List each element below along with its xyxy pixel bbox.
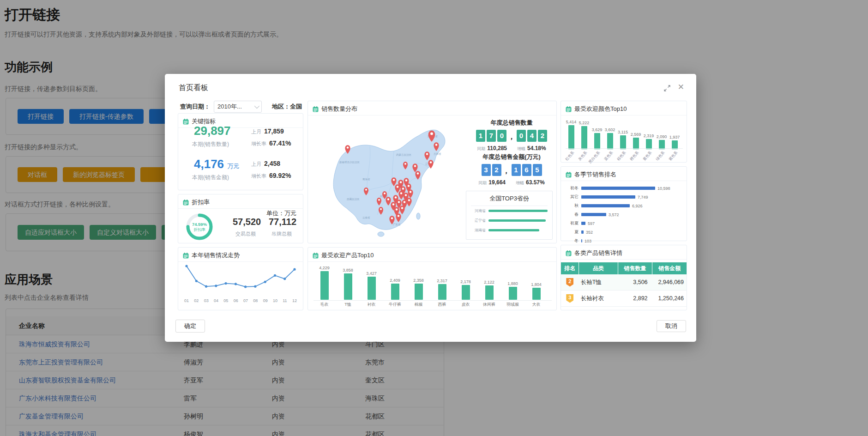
season-bar xyxy=(581,204,630,207)
amount-cell: 1,250,246 xyxy=(652,295,687,302)
region-label: 地区： xyxy=(272,103,290,110)
bar-column: 4,229毛衣 xyxy=(313,266,336,308)
month-label: 04 xyxy=(214,298,218,303)
top3-row: 湖南省 xyxy=(466,225,552,235)
bar-value: 5,414 xyxy=(566,120,577,124)
annual-qty-block: 年度总销售数量 170，042 同期 110,285 增幅 54.18% xyxy=(470,119,553,152)
digit-block: 2 xyxy=(538,130,547,142)
amt-metric-label: 本期(销售金额) xyxy=(192,174,229,182)
annual-qty-title: 年度总销售数量 xyxy=(470,119,553,127)
annual-amt-compare: 同期 19,664 增幅 63.57% xyxy=(470,179,553,186)
bar xyxy=(391,284,399,300)
trend-panel: 本年销售情况走势 010203040506070809101112 xyxy=(178,247,303,310)
svg-text:折扣率: 折扣率 xyxy=(193,227,205,232)
bar xyxy=(581,126,587,149)
trade-total-label: 交易总额 xyxy=(235,230,256,237)
season-label: 春 xyxy=(566,212,579,218)
detail-header-cell: 销售金额 xyxy=(652,262,687,274)
amt-metric-value: 4,176 万元 xyxy=(194,157,239,171)
sales-map-panel: 销售数量分布 新疆维吾尔自治区西藏自治区青海省四川省云南省内蒙古自治区黑龙江省吉… xyxy=(307,101,557,243)
annual-amt-block: 年度总销售金额(万元) 32，165 同期 19,664 增幅 63.57% xyxy=(470,153,553,186)
digit-block: 2 xyxy=(492,164,501,176)
digit-comma: ， xyxy=(503,166,510,176)
memo-icon xyxy=(313,106,319,112)
bar xyxy=(607,133,613,149)
bar-value: 2,569 xyxy=(631,132,641,137)
region-value: 全国 xyxy=(290,103,302,110)
bar-value: 3,602 xyxy=(605,127,615,132)
month-label: 09 xyxy=(263,298,268,303)
modal-title: 首页看板 xyxy=(179,83,208,93)
bar-column: 2,409牛仔裤 xyxy=(383,278,407,308)
bar-label: 黄色系 xyxy=(642,149,655,161)
expand-icon[interactable] xyxy=(664,85,670,91)
ok-button[interactable]: 确定 xyxy=(175,320,205,333)
digit-block: 4 xyxy=(527,130,536,142)
season-value: 10,598 xyxy=(657,186,670,191)
season-bar xyxy=(581,213,606,216)
digit-block: 7 xyxy=(487,130,496,142)
season-row: 秋6,926 xyxy=(561,201,687,210)
map-title: 销售数量分布 xyxy=(321,105,357,113)
month-label: 11 xyxy=(283,298,287,303)
trade-total-value: 57,520 xyxy=(233,217,261,227)
bar xyxy=(620,135,626,149)
color-top10-panel: 最受欢迎颜色Top10 5,414红色系5,222灰色系3,629黑白色系3,6… xyxy=(561,101,687,163)
season-bar-chart: 初冬10,598其它7,749秋6,926春3,572初夏597夏352冬103 xyxy=(561,184,687,245)
close-icon[interactable]: ✕ xyxy=(678,82,684,92)
bar xyxy=(509,287,517,300)
bar-label: 皮衣 xyxy=(462,302,470,308)
date-select-value: 2010年... xyxy=(217,103,242,111)
bar-value: 2,090 xyxy=(657,134,667,139)
discount-donut: 74.59% 折扣率 xyxy=(186,213,213,241)
bar xyxy=(594,133,600,149)
bar-label: 棕色系 xyxy=(616,149,629,161)
season-bar xyxy=(581,187,655,190)
bar xyxy=(659,140,665,149)
trend-line-chart xyxy=(183,262,298,297)
season-rank-panel: 各季节销售排名 初冬10,598其它7,749秋6,926春3,572初夏597… xyxy=(561,166,687,241)
province-label: 广东省 xyxy=(393,223,401,226)
top3-row: 河南省 xyxy=(466,206,552,216)
month-label: 05 xyxy=(223,298,228,303)
date-filter-label: 查询日期： xyxy=(180,103,210,111)
month-label: 02 xyxy=(194,298,199,303)
bar xyxy=(532,288,541,300)
dashboard-modal: 首页看板 ✕ 查询日期： 2010年... 地区：全国 关键指标 29,897 … xyxy=(165,74,696,342)
bar-column: 3,427衬衣 xyxy=(360,271,383,308)
top3-province-label: 河南省 xyxy=(471,208,486,213)
bar-value: 5,222 xyxy=(579,121,590,125)
bar-column: 2,122休闲裤 xyxy=(477,280,501,308)
province-label: 吉林省 xyxy=(434,152,441,155)
bar-column: 3,115棕色系 xyxy=(616,130,629,161)
date-select[interactable]: 2010年... xyxy=(214,101,262,113)
province-label: 新疆维吾尔自治区 xyxy=(339,161,360,164)
bar-label: 红色系 xyxy=(565,149,578,161)
province-label: 云南省 xyxy=(362,216,370,219)
qty-cell: 3,506 xyxy=(618,279,652,285)
bar xyxy=(438,284,446,300)
digit-block: 3 xyxy=(482,164,491,176)
season-rank-title: 各季节销售排名 xyxy=(574,170,616,179)
bar xyxy=(415,284,423,300)
bar-column: 2,358棉服 xyxy=(407,278,430,308)
chevron-down-icon xyxy=(254,103,259,109)
memo-icon xyxy=(183,253,189,259)
qty-prev: 上月 17,859 xyxy=(251,127,284,135)
bar-column: 2,317西裤 xyxy=(430,279,454,308)
category-cell: 长袖T恤 xyxy=(579,279,618,286)
season-label: 其它 xyxy=(566,194,579,200)
cancel-button[interactable]: 取消 xyxy=(657,320,686,332)
bar-column: 1,880羽绒服 xyxy=(501,281,524,308)
season-label: 夏 xyxy=(566,229,579,235)
key-metrics-panel: 关键指标 29,897 本期(销售数量) 上月 17,859 增长率 67.41… xyxy=(178,113,303,190)
bar xyxy=(320,271,329,300)
detail-header-cell: 销售数量 xyxy=(618,262,652,274)
season-row: 夏352 xyxy=(561,228,687,236)
rank-badge-icon: 3 xyxy=(566,294,573,303)
product-top10-title: 最受欢迎产品Top10 xyxy=(321,251,374,260)
amt-growth: 增长率 69.92% xyxy=(251,172,291,180)
qty-metric-value: 29,897 xyxy=(194,124,231,138)
rank-badge-icon: 2 xyxy=(566,278,573,287)
bar-column: 2,319黄色系 xyxy=(642,133,655,161)
